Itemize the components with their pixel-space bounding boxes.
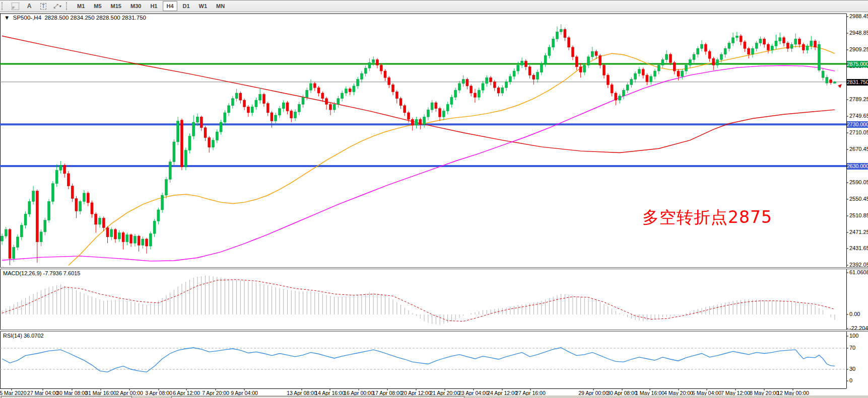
- candle: [329, 104, 331, 110]
- candle: [192, 122, 195, 136]
- candle: [556, 32, 558, 39]
- candle: [697, 48, 699, 54]
- candle: [595, 51, 597, 55]
- candle: [497, 88, 500, 93]
- candle: [466, 79, 469, 86]
- candle: [634, 73, 637, 79]
- candle: [184, 150, 187, 167]
- rsi-axis-label: 100: [849, 333, 858, 339]
- macd-axis-label: -22.2047: [849, 325, 868, 331]
- candle: [353, 86, 355, 92]
- chart-quote-header: ▼ SP500-,H4 2828.500 2834.250 2828.500 2…: [4, 15, 146, 21]
- candle: [540, 64, 543, 72]
- chart-tab[interactable]: [171, 396, 464, 398]
- candle: [681, 71, 684, 76]
- candle: [275, 115, 277, 121]
- rsi-line: [2, 348, 835, 372]
- candle: [665, 54, 668, 60]
- candle: [603, 65, 606, 75]
- price-axis-label: 2710.050: [849, 129, 868, 135]
- candle: [24, 214, 27, 225]
- candle: [486, 77, 488, 84]
- candle: [704, 44, 707, 51]
- price-axis-label: 2789.250: [849, 96, 868, 102]
- symbol-period: SP500-,H4: [13, 15, 41, 21]
- candle: [149, 233, 152, 246]
- rsi-axis-label: 30: [849, 366, 855, 372]
- candle: [99, 218, 101, 224]
- chart-tab[interactable]: [1, 396, 132, 398]
- candle: [513, 71, 515, 76]
- candle: [814, 41, 817, 47]
- candle: [224, 113, 226, 122]
- chart-surface[interactable]: [0, 0, 868, 398]
- candle: [431, 103, 433, 110]
- candle: [751, 48, 754, 54]
- candle: [419, 119, 422, 124]
- price-axis-label: 2471.250: [849, 229, 868, 235]
- quote-open: 2828.500: [44, 15, 69, 21]
- candle: [290, 111, 293, 118]
- candle: [661, 60, 664, 65]
- candle: [720, 54, 722, 60]
- candle: [442, 111, 445, 117]
- candle: [798, 39, 801, 44]
- chart-annotation-text: 多空转折点2875: [642, 206, 772, 229]
- candle: [763, 39, 766, 44]
- candle: [349, 89, 351, 92]
- candle: [204, 128, 207, 138]
- candle: [560, 29, 562, 32]
- candle: [357, 79, 359, 86]
- candle: [493, 82, 496, 88]
- candle: [286, 103, 289, 111]
- candle: [372, 60, 375, 63]
- candle: [571, 47, 574, 57]
- candle: [333, 104, 336, 110]
- candle: [615, 93, 617, 100]
- candle: [673, 63, 676, 71]
- candle: [32, 191, 35, 202]
- candle: [71, 186, 74, 199]
- candle: [75, 199, 78, 211]
- candle: [325, 99, 328, 105]
- candle: [458, 84, 460, 90]
- candle: [208, 138, 211, 147]
- candle: [474, 93, 476, 97]
- candle: [575, 57, 578, 67]
- macd-signal-line: [2, 280, 835, 322]
- macd-axis-label: 61.0608: [849, 269, 868, 275]
- candle: [298, 104, 300, 112]
- candle: [689, 60, 691, 65]
- candle: [748, 48, 750, 54]
- candle: [259, 94, 261, 100]
- candle: [161, 195, 164, 210]
- candle: [794, 39, 797, 44]
- candle: [783, 38, 785, 43]
- candle: [20, 225, 23, 237]
- candle: [360, 73, 363, 79]
- candle: [110, 229, 113, 237]
- candle: [642, 69, 644, 75]
- candle: [587, 57, 590, 65]
- candle: [196, 117, 199, 122]
- candle: [157, 210, 160, 221]
- candle: [767, 44, 769, 50]
- candle: [216, 132, 218, 140]
- candle: [341, 93, 344, 99]
- candle: [822, 71, 824, 77]
- candle: [271, 113, 273, 121]
- candle: [830, 79, 832, 83]
- candle: [599, 55, 602, 65]
- candle: [802, 44, 805, 50]
- candle: [579, 67, 582, 72]
- price-axis-label: 2988.450: [849, 13, 868, 19]
- candle: [384, 71, 386, 77]
- candle: [622, 90, 625, 96]
- ma-magenta-line: [2, 65, 835, 261]
- candle: [44, 220, 46, 232]
- candle: [153, 221, 156, 233]
- macd-axis-label: 0.00: [849, 311, 860, 317]
- candle: [306, 90, 308, 97]
- candle: [302, 97, 304, 104]
- candle: [231, 99, 234, 106]
